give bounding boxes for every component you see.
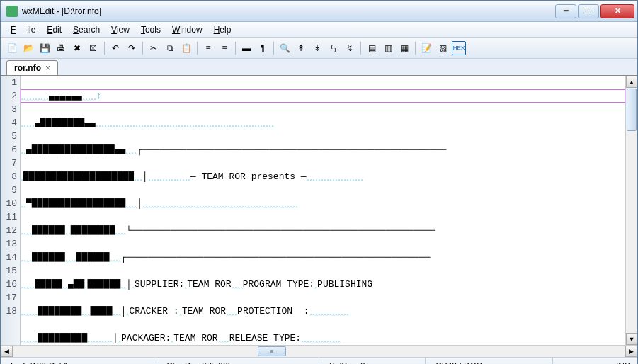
horizontal-scrollbar[interactable]: ◀ ≡ ▶ — [1, 345, 637, 357]
wrap-off-icon[interactable]: ▤ — [365, 41, 379, 55]
column-mode-icon[interactable]: ▧ — [435, 41, 450, 55]
status-charpos: CharPos:0 /5,985 — [156, 358, 319, 364]
cut-icon[interactable]: ✂ — [147, 41, 161, 55]
tab-label: ror.nfo — [14, 63, 41, 73]
unindent-icon[interactable]: ≡ — [217, 41, 232, 55]
menubar: File Edit Search View Tools Window Help — [1, 22, 637, 38]
wrap-char-icon[interactable]: ▦ — [397, 41, 411, 55]
line-number: 3 — [1, 103, 20, 116]
separator — [273, 42, 274, 55]
line-number: 13 — [1, 237, 20, 251]
status-selsize: SelSize:0 — [319, 358, 426, 364]
statusbar: Ln:1 /103 Col:1 CharPos:0 /5,985 SelSize… — [1, 357, 637, 364]
menu-edit[interactable]: Edit — [41, 23, 67, 36]
scroll-up-icon[interactable]: ▲ — [626, 76, 637, 88]
menu-view[interactable]: View — [106, 23, 135, 36]
separator — [104, 42, 105, 55]
line-number: 7 — [1, 157, 20, 170]
line-number: 14 — [1, 251, 20, 264]
goto-icon[interactable]: ↯ — [343, 41, 357, 55]
minimize-button[interactable]: ━ — [555, 4, 576, 18]
undo-icon[interactable]: ↶ — [108, 41, 123, 55]
line-number: 8 — [1, 170, 20, 183]
close-button[interactable]: ✕ — [600, 4, 634, 18]
find-next-icon[interactable]: ↡ — [310, 41, 324, 55]
menu-search[interactable]: Search — [67, 23, 106, 36]
line-number-gutter: 1 2 3 4 5 6 7 8 9 10 11 12 13 14 15 16 1… — [1, 76, 21, 345]
scroll-thumb[interactable] — [627, 89, 637, 131]
wrap-word-icon[interactable]: ▥ — [381, 41, 395, 55]
toolbar: 📄 📂 💾 🖶 ✖ ⛝ ↶ ↷ ✂ ⧉ 📋 ≡ ≡ ▬ ¶ 🔍 ↟ ↡ ⇆ ↯ … — [1, 38, 637, 59]
line-number: 1 — [1, 76, 20, 89]
menu-window[interactable]: Window — [166, 23, 208, 36]
line-number: 2 — [1, 89, 20, 103]
menu-file[interactable]: File — [5, 23, 41, 36]
uncomment-icon[interactable]: ¶ — [256, 41, 270, 55]
separator — [235, 42, 236, 55]
save-icon[interactable]: 💾 — [38, 41, 52, 55]
find-icon[interactable]: 🔍 — [278, 41, 292, 55]
text-mode-icon[interactable]: 📝 — [419, 41, 433, 55]
status-insert-mode[interactable]: INS — [609, 361, 637, 365]
save-all-icon[interactable]: 🖶 — [54, 41, 68, 55]
separator — [142, 42, 143, 55]
app-icon — [6, 6, 18, 17]
copy-icon[interactable]: ⧉ — [163, 41, 177, 55]
close-all-icon[interactable]: ⛝ — [86, 41, 101, 55]
close-file-icon[interactable]: ✖ — [70, 41, 84, 55]
open-icon[interactable]: 📂 — [21, 41, 35, 55]
tab-ror-nfo[interactable]: ror.nfo × — [6, 60, 58, 75]
find-prev-icon[interactable]: ↟ — [294, 41, 308, 55]
line-number: 6 — [1, 143, 20, 157]
separator — [415, 42, 416, 55]
scroll-left-icon[interactable]: ◀ — [1, 346, 13, 357]
status-position: Ln:1 /103 Col:1 — [1, 358, 156, 364]
tab-bar: ror.nfo × — [1, 59, 637, 76]
separator — [360, 42, 361, 55]
line-number: 12 — [1, 224, 20, 237]
line-number: 15 — [1, 264, 20, 278]
line-number: 9 — [1, 183, 20, 197]
line-number: 11 — [1, 210, 20, 224]
line-number: 18 — [1, 305, 20, 318]
titlebar[interactable]: wxMEdit - [D:\ror.nfo] ━ ☐ ✕ — [1, 1, 637, 22]
vertical-scrollbar[interactable]: ▲ ▼ — [625, 76, 637, 345]
paste-icon[interactable]: 📋 — [179, 41, 193, 55]
window-title: wxMEdit - [D:\ror.nfo] — [22, 6, 554, 16]
text-editor[interactable]: ˰˰˰˰˰˰˰˰˰˰▄▄▄▄▄▄˰˰˰˰˰↕ ˰˰˰˰˰▄████████▄▄˰… — [21, 76, 625, 345]
line-number: 10 — [1, 197, 20, 210]
replace-icon[interactable]: ⇆ — [326, 41, 341, 55]
menu-tools[interactable]: Tools — [135, 23, 166, 36]
tab-close-icon[interactable]: × — [45, 63, 50, 73]
redo-icon[interactable]: ↷ — [125, 41, 139, 55]
line-number: 16 — [1, 278, 20, 291]
indent-icon[interactable]: ≡ — [201, 41, 215, 55]
maximize-button[interactable]: ☐ — [578, 4, 599, 18]
line-number: 4 — [1, 116, 20, 130]
app-window: wxMEdit - [D:\ror.nfo] ━ ☐ ✕ File Edit S… — [0, 0, 638, 364]
scroll-down-icon[interactable]: ▼ — [626, 333, 637, 345]
status-encoding[interactable]: CP437.DOS — [426, 358, 553, 364]
comment-icon[interactable]: ▬ — [239, 41, 254, 55]
scroll-right-icon[interactable]: ▶ — [625, 346, 637, 357]
line-number: 17 — [1, 291, 20, 305]
editor-area: 1 2 3 4 5 6 7 8 9 10 11 12 13 14 15 16 1… — [1, 76, 637, 345]
hex-mode-icon[interactable]: HEX — [452, 41, 466, 55]
scroll-thumb[interactable]: ≡ — [258, 346, 286, 356]
line-number: 5 — [1, 130, 20, 143]
new-icon[interactable]: 📄 — [5, 41, 19, 55]
separator — [197, 42, 198, 55]
menu-help[interactable]: Help — [208, 23, 237, 36]
